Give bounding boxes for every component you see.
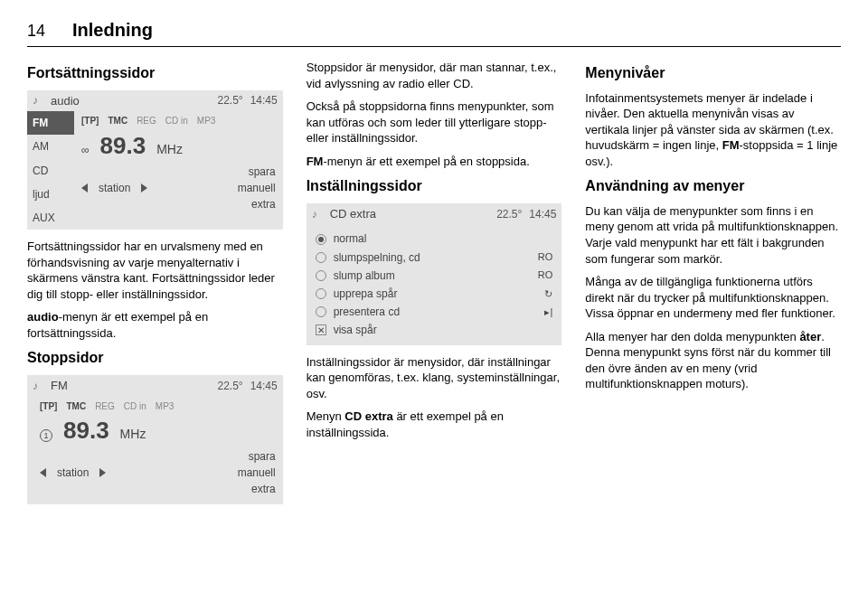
screenshot-audio: audio 22.5° 14:45 FM AM CD ljud AUX bbox=[27, 90, 283, 230]
column-2: Stoppsidor är menysidor, där man stannar… bbox=[307, 60, 562, 513]
scr-time: 14:45 bbox=[250, 93, 278, 108]
radio-icon bbox=[316, 306, 326, 317]
p-anv3: Alla menyer har den dolda menypunkten åt… bbox=[585, 329, 841, 392]
tag-cdin: CD in bbox=[165, 115, 188, 127]
radio-icon bbox=[316, 252, 326, 263]
side-cd: CD bbox=[27, 159, 74, 183]
scr-fm-title: FM bbox=[51, 378, 68, 394]
fm-tag-reg: REG bbox=[95, 400, 115, 413]
side-am: AM bbox=[27, 135, 74, 158]
scr-fm-temp: 22.5° bbox=[217, 379, 242, 393]
tag-mp3: MP3 bbox=[197, 115, 216, 127]
screenshot-cdextra: CD extra 22.5° 14:45 normal slumpspelnin… bbox=[307, 203, 562, 345]
stereo-icon: ∞ bbox=[81, 143, 90, 157]
prev-icon bbox=[81, 183, 88, 193]
preset-number: 1 bbox=[40, 429, 52, 442]
fm-tag-cdin: CD in bbox=[124, 400, 146, 413]
chapter-title: Inledning bbox=[72, 18, 153, 42]
side-ljud: ljud bbox=[27, 183, 74, 206]
bold-fm2: FM bbox=[722, 138, 740, 152]
p-inst1: Inställningssidor är menysidor, där inst… bbox=[307, 354, 562, 402]
list-item: ✕visa spår bbox=[316, 323, 553, 337]
ctl-manuell: manuell bbox=[238, 181, 276, 195]
fm-tag-tp: [TP] bbox=[40, 400, 57, 413]
side-fm: FM bbox=[27, 111, 74, 135]
list-item: slump albumRO bbox=[316, 268, 553, 283]
radio-icon bbox=[316, 270, 326, 281]
tag-tmc: TMC bbox=[108, 115, 127, 127]
list-item: normal bbox=[316, 231, 553, 246]
scr-cd-title: CD extra bbox=[330, 206, 376, 222]
p-fm-example: FM-menyn är ett exempel på en stoppsida. bbox=[307, 154, 562, 170]
next-icon bbox=[141, 183, 147, 193]
heading-stoppsidor: Stoppsidor bbox=[27, 348, 283, 368]
tag-reg: REG bbox=[137, 115, 156, 127]
fm-ctl-manuell: manuell bbox=[238, 465, 276, 480]
freq-unit: MHz bbox=[156, 141, 183, 158]
scr-cd-temp: 22.5° bbox=[496, 207, 522, 221]
ctl-spara: spara bbox=[249, 164, 276, 179]
ctl-station: station bbox=[99, 181, 130, 195]
screenshot-fm: FM 22.5° 14:45 [TP] TMC REG CD in MP3 bbox=[27, 375, 283, 504]
fm-freq-unit: MHz bbox=[120, 426, 146, 443]
fm-frequency: 89.3 bbox=[63, 415, 109, 446]
checkbox-icon: ✕ bbox=[316, 324, 326, 335]
ctl-extra: extra bbox=[251, 197, 276, 211]
scr-fm-time: 14:45 bbox=[250, 379, 278, 393]
page-header: 14 Inledning bbox=[27, 18, 841, 47]
frequency: 89.3 bbox=[100, 130, 146, 162]
p-audio-example: audio-menyn är ett exempel på en fortsät… bbox=[27, 309, 283, 341]
column-1: Fortsättningssidor audio 22.5° 14:45 FM … bbox=[27, 60, 283, 513]
li-label: presentera cd bbox=[334, 305, 400, 319]
bold-fm: FM bbox=[307, 155, 324, 168]
tag-tp: [TP] bbox=[81, 115, 99, 127]
heading-fortsattning: Fortsättningssidor bbox=[27, 63, 283, 83]
li-label: normal bbox=[334, 231, 367, 246]
li-tail: ▸| bbox=[544, 305, 552, 319]
scr-temp: 22.5° bbox=[217, 93, 242, 108]
p-anv2: Många av de tillgängliga funktionerna ut… bbox=[585, 274, 841, 322]
heading-anvandning: Användning av menyer bbox=[585, 176, 841, 196]
fm-tag-mp3: MP3 bbox=[156, 400, 175, 413]
fm-ctl-spara: spara bbox=[249, 449, 276, 464]
li-tail: ↻ bbox=[544, 287, 552, 301]
radio-icon bbox=[316, 234, 326, 245]
p-fort-desc: Fortsättningssidor har en urvalsmeny med… bbox=[27, 239, 283, 302]
list-item: slumpspelning, cdRO bbox=[316, 250, 553, 265]
li-label: slumpspelning, cd bbox=[334, 250, 420, 265]
fm-ctl-extra: extra bbox=[251, 482, 276, 496]
li-label: slump album bbox=[334, 268, 395, 283]
li-label: upprepa spår bbox=[334, 287, 398, 301]
li-label: visa spår bbox=[334, 323, 377, 337]
scr-title: audio bbox=[51, 93, 80, 109]
heading-menynivaer: Menynivåer bbox=[585, 63, 841, 83]
heading-installning: Inställningssidor bbox=[307, 176, 562, 196]
p-stop1: Stoppsidor är menysidor, där man stannar… bbox=[307, 60, 562, 91]
fm-tag-tmc: TMC bbox=[66, 400, 86, 413]
bold-cd: CD extra bbox=[344, 409, 392, 423]
li-tail: RO bbox=[538, 250, 553, 264]
radio-icon bbox=[316, 288, 326, 299]
li-tail: RO bbox=[538, 268, 553, 282]
list-item: upprepa spår↻ bbox=[316, 287, 553, 301]
side-aux: AUX bbox=[27, 206, 74, 230]
p-cd-example: Menyn CD extra är ett exempel på en inst… bbox=[307, 409, 562, 440]
list-item: presentera cd▸| bbox=[316, 305, 553, 319]
p-niv: Infotainmentsystemets menyer är indelade… bbox=[585, 90, 841, 170]
fm-prev-icon bbox=[40, 468, 46, 477]
column-3: Menynivåer Infotainmentsystemets menyer … bbox=[585, 60, 841, 513]
bold-ater: åter bbox=[799, 330, 821, 343]
p-anv1: Du kan välja de menypunkter som finns i … bbox=[585, 203, 841, 267]
page-number: 14 bbox=[27, 20, 45, 42]
bold-audio: audio bbox=[27, 310, 59, 324]
fm-next-icon bbox=[99, 468, 106, 477]
fm-ctl-station: station bbox=[57, 465, 89, 480]
scr-cd-time: 14:45 bbox=[529, 207, 556, 221]
p-stop2: Också på stoppsidorna finns menypunkter,… bbox=[307, 99, 562, 146]
